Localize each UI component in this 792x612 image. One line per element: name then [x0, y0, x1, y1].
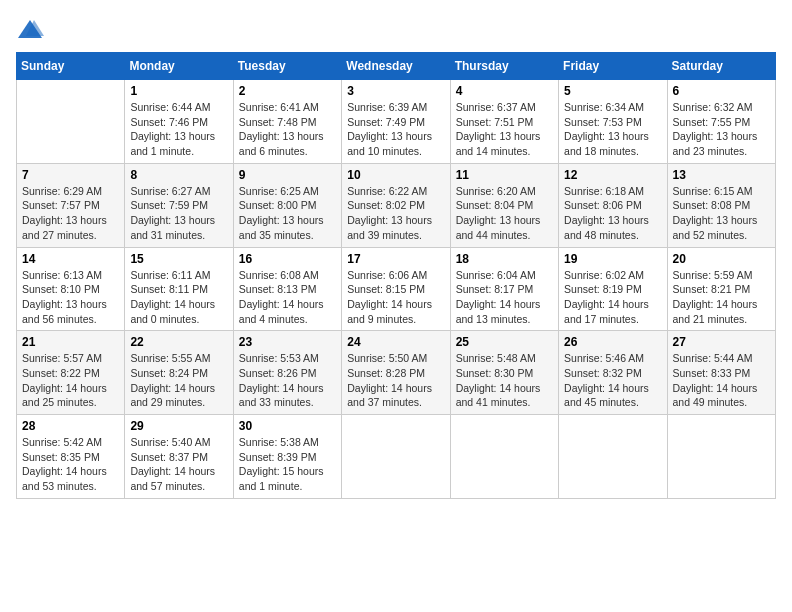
day-number: 11 — [456, 168, 553, 182]
day-number: 3 — [347, 84, 444, 98]
calendar-cell: 6Sunrise: 6:32 AM Sunset: 7:55 PM Daylig… — [667, 80, 775, 164]
day-info: Sunrise: 6:34 AM Sunset: 7:53 PM Dayligh… — [564, 100, 661, 159]
calendar-cell: 13Sunrise: 6:15 AM Sunset: 8:08 PM Dayli… — [667, 163, 775, 247]
day-number: 30 — [239, 419, 336, 433]
day-number: 5 — [564, 84, 661, 98]
day-info: Sunrise: 6:32 AM Sunset: 7:55 PM Dayligh… — [673, 100, 770, 159]
calendar-table: SundayMondayTuesdayWednesdayThursdayFrid… — [16, 52, 776, 499]
day-number: 4 — [456, 84, 553, 98]
calendar-cell: 7Sunrise: 6:29 AM Sunset: 7:57 PM Daylig… — [17, 163, 125, 247]
day-number: 17 — [347, 252, 444, 266]
day-number: 18 — [456, 252, 553, 266]
day-number: 19 — [564, 252, 661, 266]
day-info: Sunrise: 5:55 AM Sunset: 8:24 PM Dayligh… — [130, 351, 227, 410]
day-info: Sunrise: 5:38 AM Sunset: 8:39 PM Dayligh… — [239, 435, 336, 494]
day-info: Sunrise: 6:02 AM Sunset: 8:19 PM Dayligh… — [564, 268, 661, 327]
calendar-cell — [667, 415, 775, 499]
day-number: 14 — [22, 252, 119, 266]
day-number: 6 — [673, 84, 770, 98]
weekday-header: Monday — [125, 53, 233, 80]
calendar-cell: 5Sunrise: 6:34 AM Sunset: 7:53 PM Daylig… — [559, 80, 667, 164]
calendar-cell: 23Sunrise: 5:53 AM Sunset: 8:26 PM Dayli… — [233, 331, 341, 415]
day-info: Sunrise: 6:41 AM Sunset: 7:48 PM Dayligh… — [239, 100, 336, 159]
calendar-cell: 22Sunrise: 5:55 AM Sunset: 8:24 PM Dayli… — [125, 331, 233, 415]
weekday-header: Wednesday — [342, 53, 450, 80]
day-number: 29 — [130, 419, 227, 433]
day-number: 13 — [673, 168, 770, 182]
day-number: 21 — [22, 335, 119, 349]
day-number: 23 — [239, 335, 336, 349]
day-number: 9 — [239, 168, 336, 182]
day-number: 27 — [673, 335, 770, 349]
day-number: 1 — [130, 84, 227, 98]
calendar-cell: 21Sunrise: 5:57 AM Sunset: 8:22 PM Dayli… — [17, 331, 125, 415]
day-info: Sunrise: 6:18 AM Sunset: 8:06 PM Dayligh… — [564, 184, 661, 243]
calendar-cell: 27Sunrise: 5:44 AM Sunset: 8:33 PM Dayli… — [667, 331, 775, 415]
day-info: Sunrise: 5:46 AM Sunset: 8:32 PM Dayligh… — [564, 351, 661, 410]
day-info: Sunrise: 6:20 AM Sunset: 8:04 PM Dayligh… — [456, 184, 553, 243]
calendar-cell — [342, 415, 450, 499]
weekday-header: Tuesday — [233, 53, 341, 80]
calendar-cell: 20Sunrise: 5:59 AM Sunset: 8:21 PM Dayli… — [667, 247, 775, 331]
calendar-cell: 2Sunrise: 6:41 AM Sunset: 7:48 PM Daylig… — [233, 80, 341, 164]
day-number: 20 — [673, 252, 770, 266]
calendar-cell: 10Sunrise: 6:22 AM Sunset: 8:02 PM Dayli… — [342, 163, 450, 247]
day-info: Sunrise: 6:39 AM Sunset: 7:49 PM Dayligh… — [347, 100, 444, 159]
calendar-header: SundayMondayTuesdayWednesdayThursdayFrid… — [17, 53, 776, 80]
day-number: 16 — [239, 252, 336, 266]
weekday-header: Thursday — [450, 53, 558, 80]
day-info: Sunrise: 5:57 AM Sunset: 8:22 PM Dayligh… — [22, 351, 119, 410]
calendar-cell: 26Sunrise: 5:46 AM Sunset: 8:32 PM Dayli… — [559, 331, 667, 415]
day-info: Sunrise: 6:06 AM Sunset: 8:15 PM Dayligh… — [347, 268, 444, 327]
day-number: 2 — [239, 84, 336, 98]
calendar-cell: 19Sunrise: 6:02 AM Sunset: 8:19 PM Dayli… — [559, 247, 667, 331]
day-info: Sunrise: 5:42 AM Sunset: 8:35 PM Dayligh… — [22, 435, 119, 494]
day-info: Sunrise: 6:27 AM Sunset: 7:59 PM Dayligh… — [130, 184, 227, 243]
day-info: Sunrise: 5:44 AM Sunset: 8:33 PM Dayligh… — [673, 351, 770, 410]
day-number: 8 — [130, 168, 227, 182]
calendar-cell: 28Sunrise: 5:42 AM Sunset: 8:35 PM Dayli… — [17, 415, 125, 499]
day-info: Sunrise: 6:15 AM Sunset: 8:08 PM Dayligh… — [673, 184, 770, 243]
day-info: Sunrise: 5:50 AM Sunset: 8:28 PM Dayligh… — [347, 351, 444, 410]
calendar-cell — [17, 80, 125, 164]
calendar-cell — [559, 415, 667, 499]
day-info: Sunrise: 5:59 AM Sunset: 8:21 PM Dayligh… — [673, 268, 770, 327]
day-number: 12 — [564, 168, 661, 182]
calendar-cell: 11Sunrise: 6:20 AM Sunset: 8:04 PM Dayli… — [450, 163, 558, 247]
day-info: Sunrise: 6:44 AM Sunset: 7:46 PM Dayligh… — [130, 100, 227, 159]
calendar-cell: 24Sunrise: 5:50 AM Sunset: 8:28 PM Dayli… — [342, 331, 450, 415]
calendar-cell: 4Sunrise: 6:37 AM Sunset: 7:51 PM Daylig… — [450, 80, 558, 164]
day-number: 24 — [347, 335, 444, 349]
calendar-cell: 17Sunrise: 6:06 AM Sunset: 8:15 PM Dayli… — [342, 247, 450, 331]
calendar-cell: 30Sunrise: 5:38 AM Sunset: 8:39 PM Dayli… — [233, 415, 341, 499]
day-info: Sunrise: 5:48 AM Sunset: 8:30 PM Dayligh… — [456, 351, 553, 410]
weekday-header: Friday — [559, 53, 667, 80]
day-info: Sunrise: 6:04 AM Sunset: 8:17 PM Dayligh… — [456, 268, 553, 327]
day-info: Sunrise: 6:08 AM Sunset: 8:13 PM Dayligh… — [239, 268, 336, 327]
logo-icon — [16, 16, 44, 44]
calendar-cell: 12Sunrise: 6:18 AM Sunset: 8:06 PM Dayli… — [559, 163, 667, 247]
day-number: 25 — [456, 335, 553, 349]
calendar-cell: 15Sunrise: 6:11 AM Sunset: 8:11 PM Dayli… — [125, 247, 233, 331]
calendar-cell — [450, 415, 558, 499]
calendar-cell: 8Sunrise: 6:27 AM Sunset: 7:59 PM Daylig… — [125, 163, 233, 247]
calendar-cell: 25Sunrise: 5:48 AM Sunset: 8:30 PM Dayli… — [450, 331, 558, 415]
calendar-cell: 18Sunrise: 6:04 AM Sunset: 8:17 PM Dayli… — [450, 247, 558, 331]
day-number: 10 — [347, 168, 444, 182]
weekday-header: Sunday — [17, 53, 125, 80]
page-header — [16, 16, 776, 44]
day-info: Sunrise: 6:13 AM Sunset: 8:10 PM Dayligh… — [22, 268, 119, 327]
day-info: Sunrise: 6:37 AM Sunset: 7:51 PM Dayligh… — [456, 100, 553, 159]
calendar-cell: 16Sunrise: 6:08 AM Sunset: 8:13 PM Dayli… — [233, 247, 341, 331]
calendar-cell: 9Sunrise: 6:25 AM Sunset: 8:00 PM Daylig… — [233, 163, 341, 247]
calendar-cell: 3Sunrise: 6:39 AM Sunset: 7:49 PM Daylig… — [342, 80, 450, 164]
calendar-cell: 29Sunrise: 5:40 AM Sunset: 8:37 PM Dayli… — [125, 415, 233, 499]
day-number: 26 — [564, 335, 661, 349]
weekday-header: Saturday — [667, 53, 775, 80]
day-info: Sunrise: 6:11 AM Sunset: 8:11 PM Dayligh… — [130, 268, 227, 327]
day-number: 22 — [130, 335, 227, 349]
day-info: Sunrise: 6:29 AM Sunset: 7:57 PM Dayligh… — [22, 184, 119, 243]
day-number: 7 — [22, 168, 119, 182]
day-info: Sunrise: 5:53 AM Sunset: 8:26 PM Dayligh… — [239, 351, 336, 410]
day-number: 15 — [130, 252, 227, 266]
